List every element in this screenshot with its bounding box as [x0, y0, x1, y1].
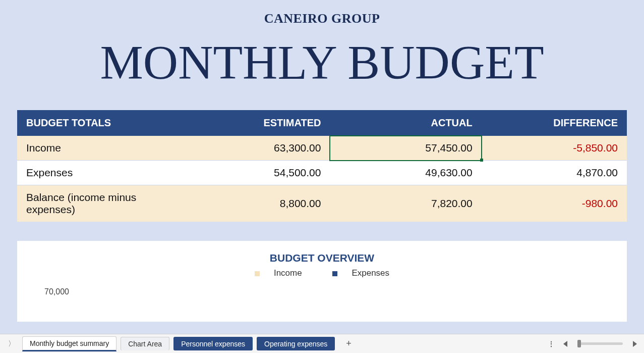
tab-chart-area[interactable]: Chart Area: [121, 337, 169, 350]
legend-expenses: Expenses: [325, 268, 396, 278]
zoom-slider-thumb[interactable]: [577, 340, 581, 347]
legend-income-label: Income: [274, 268, 302, 278]
cell-actual[interactable]: 49,630.00: [330, 161, 481, 185]
zoom-scroll-left[interactable]: [563, 341, 567, 347]
legend-expenses-label: Expenses: [352, 268, 389, 278]
col-header-estimated[interactable]: ESTIMATED: [179, 110, 330, 136]
cell-estimated[interactable]: 54,500.00: [179, 161, 330, 185]
cell-label[interactable]: Income: [17, 136, 179, 161]
budget-totals-table: BUDGET TOTALS ESTIMATED ACTUAL DIFFERENC…: [17, 110, 627, 222]
chart-legend: Income Expenses: [37, 268, 607, 278]
table-row: Expenses54,500.0049,630.004,870.00: [17, 161, 627, 185]
company-name: CANEIRO GROUP: [0, 0, 644, 26]
cell-estimated[interactable]: 63,300.00: [179, 136, 330, 161]
tab-operating-expenses[interactable]: Operating expenses: [257, 337, 335, 350]
cell-label[interactable]: Expenses: [17, 161, 179, 185]
zoom-slider[interactable]: [577, 342, 623, 345]
tab-monthly-budget-summary[interactable]: Monthly budget summary: [22, 336, 116, 351]
col-header-actual[interactable]: ACTUAL: [330, 110, 481, 136]
cell-difference[interactable]: 4,870.00: [482, 161, 627, 185]
add-sheet-button[interactable]: +: [339, 338, 359, 349]
tab-options-button[interactable]: ⋮: [544, 340, 559, 348]
cell-actual[interactable]: 57,450.00: [330, 136, 481, 161]
tab-personnel-expenses[interactable]: Personnel expenses: [173, 337, 253, 350]
page-title: MONTHLY BUDGET: [0, 38, 644, 87]
cell-difference[interactable]: -5,850.00: [482, 136, 627, 161]
col-header-label[interactable]: BUDGET TOTALS: [17, 110, 179, 136]
worksheet-area: CANEIRO GROUP MONTHLY BUDGET BUDGET TOTA…: [0, 0, 644, 334]
legend-income: Income: [248, 268, 309, 278]
chart-y-tick: 70,000: [37, 287, 607, 296]
tab-nav-prev[interactable]: 〉: [5, 337, 18, 350]
zoom-scroll-right[interactable]: [633, 341, 637, 347]
sheet-tab-bar: 〉 Monthly budget summary Chart Area Pers…: [0, 334, 644, 353]
col-header-difference[interactable]: DIFFERENCE: [482, 110, 627, 136]
legend-expenses-swatch: [332, 271, 337, 276]
budget-overview-chart[interactable]: BUDGET OVERVIEW Income Expenses 70,000: [17, 241, 627, 322]
cell-label[interactable]: Balance (income minus expenses): [17, 185, 179, 222]
legend-income-swatch: [255, 271, 260, 276]
chart-title: BUDGET OVERVIEW: [37, 252, 607, 264]
cell-difference[interactable]: -980.00: [482, 185, 627, 222]
table-row: Income63,300.0057,450.00-5,850.00: [17, 136, 627, 161]
cell-estimated[interactable]: 8,800.00: [179, 185, 330, 222]
table-row: Balance (income minus expenses)8,800.007…: [17, 185, 627, 222]
cell-actual[interactable]: 7,820.00: [330, 185, 481, 222]
